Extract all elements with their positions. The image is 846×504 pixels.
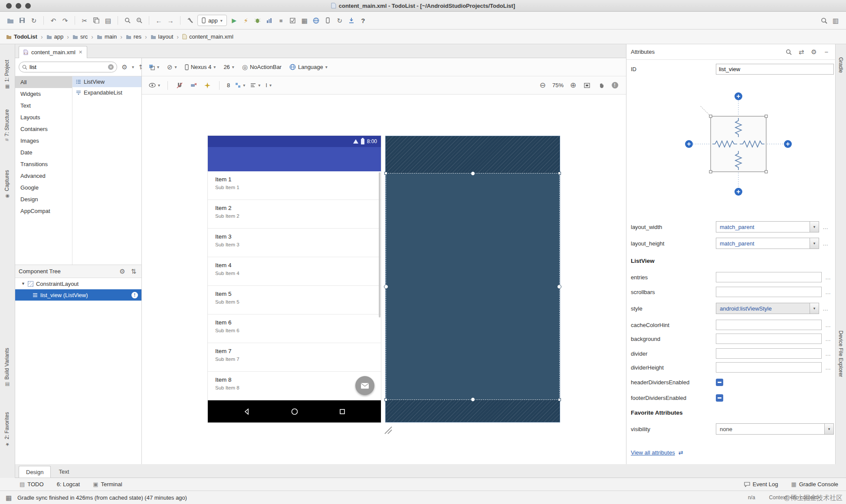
cachecolorhint-input[interactable] xyxy=(716,320,822,330)
default-margin-value[interactable]: 8 xyxy=(227,82,230,88)
blueprint-surface[interactable] xyxy=(385,136,560,422)
apply-changes-icon[interactable]: ⚡ xyxy=(242,16,250,25)
more-icon[interactable]: … xyxy=(823,240,828,247)
constraint-anchor-top[interactable] xyxy=(471,171,475,176)
tool-button-terminal[interactable]: ▣Terminal xyxy=(93,481,122,488)
tree-sort-icon[interactable]: ⇅ xyxy=(129,267,138,276)
save-icon[interactable] xyxy=(18,16,26,25)
zoom-in-icon[interactable]: ⊕ xyxy=(569,81,577,90)
orientation-select[interactable]: ⊘ ▾ xyxy=(167,63,177,71)
more-icon[interactable]: … xyxy=(825,322,831,328)
run-icon[interactable]: ▶ xyxy=(230,16,239,25)
sdk-manager-icon[interactable] xyxy=(347,16,356,25)
zoom-to-fit-icon[interactable] xyxy=(583,81,591,90)
breadcrumb-main[interactable]: main xyxy=(97,33,117,40)
warning-badge-icon[interactable]: ! xyxy=(131,292,138,298)
palette-category-design[interactable]: Design xyxy=(15,193,72,205)
palette-category-transitions[interactable]: Transitions xyxy=(15,158,72,170)
coverage-icon[interactable] xyxy=(289,16,297,25)
palette-category-advanced[interactable]: Advanced xyxy=(15,170,72,182)
tool-button-event-log[interactable]: Event Log xyxy=(744,481,778,488)
breadcrumb-file[interactable]: content_main.xml xyxy=(182,33,233,40)
palette-category-date[interactable]: Date xyxy=(15,147,72,158)
breadcrumb-project[interactable]: TodoList xyxy=(6,33,37,40)
breadcrumb-res[interactable]: res xyxy=(126,33,141,40)
chevron-down-icon[interactable]: ▾ xyxy=(810,238,819,249)
palette-category-containers[interactable]: Containers xyxy=(15,123,72,135)
tree-gear-icon[interactable]: ⚙ xyxy=(118,267,127,276)
tool-button-structure[interactable]: #7: Structure xyxy=(4,109,10,141)
search-everywhere-icon[interactable] xyxy=(820,16,828,25)
resize-handle[interactable] xyxy=(558,398,561,401)
redo-icon[interactable]: ↷ xyxy=(61,16,69,25)
tool-button-project[interactable]: ▦1: Project xyxy=(4,60,10,90)
more-icon[interactable]: … xyxy=(825,289,831,295)
theme-select[interactable]: ◎ NoActionBar xyxy=(242,63,282,71)
view-all-attributes-link[interactable]: View all attributes xyxy=(631,449,675,456)
find-icon[interactable] xyxy=(123,16,132,25)
design-canvas[interactable]: 8:00 Item 1Sub Item 1 Item 2Sub Item 2 I… xyxy=(142,95,626,464)
palette-category-images[interactable]: Images xyxy=(15,135,72,147)
background-input[interactable] xyxy=(716,334,822,344)
tool-button-todo[interactable]: ▤TODO xyxy=(20,481,44,488)
layout-width-select[interactable]: match_parent▾ xyxy=(716,221,819,232)
palette-item-expandablelistview[interactable]: ExpandableList xyxy=(72,87,141,98)
errors-indicator-icon[interactable]: ! xyxy=(610,81,619,90)
chevron-down-icon[interactable]: ▾ xyxy=(810,222,819,232)
more-icon[interactable]: … xyxy=(823,224,828,230)
copy-icon[interactable] xyxy=(92,16,101,25)
captures-icon[interactable]: ▦ xyxy=(300,16,309,25)
visibility-select[interactable]: none▾ xyxy=(716,423,834,435)
more-icon[interactable]: … xyxy=(825,274,831,281)
stop-icon[interactable]: ■ xyxy=(277,16,285,25)
breadcrumb-src[interactable]: src xyxy=(72,33,88,40)
run-config-select[interactable]: app ▾ xyxy=(197,15,227,26)
tool-button-gradle-console[interactable]: ▦Gradle Console xyxy=(791,481,838,488)
zoom-window-button[interactable] xyxy=(25,3,31,9)
style-select[interactable]: android:listViewStyle▾ xyxy=(716,303,819,314)
pack-select[interactable]: ▾ xyxy=(235,82,245,88)
tool-button-logcat[interactable]: 6: Logcat xyxy=(57,481,80,488)
palette-item-listview[interactable]: ListView xyxy=(72,76,141,87)
layout-height-select[interactable]: match_parent▾ xyxy=(716,238,819,249)
tool-button-captures[interactable]: ◉Captures xyxy=(4,170,10,199)
more-icon[interactable]: … xyxy=(825,336,831,342)
palette-category-text[interactable]: Text xyxy=(15,100,72,111)
sync-icon[interactable]: ↻ xyxy=(30,16,38,25)
palette-category-google[interactable]: Google xyxy=(15,182,72,193)
minimize-window-button[interactable] xyxy=(16,3,21,9)
build-hammer-icon[interactable] xyxy=(186,16,194,25)
gradle-sync-icon[interactable]: ↻ xyxy=(335,16,344,25)
tool-button-gradle[interactable]: Gradle xyxy=(838,57,844,73)
palette-search-field[interactable]: ✕ xyxy=(19,62,117,72)
clear-search-icon[interactable]: ✕ xyxy=(108,64,114,70)
close-tab-icon[interactable]: ✕ xyxy=(79,49,82,55)
more-icon[interactable]: … xyxy=(823,305,828,312)
tab-text[interactable]: Text xyxy=(52,466,76,478)
cut-icon[interactable]: ✂ xyxy=(80,16,89,25)
tool-button-build-variants[interactable]: ▤Build Variants xyxy=(4,348,10,387)
constraint-anchor-bottom[interactable] xyxy=(471,397,475,402)
design-surface-select[interactable]: ▾ xyxy=(149,64,159,70)
open-icon[interactable] xyxy=(6,16,15,25)
tree-row-list-view[interactable]: list_view (ListView) ! xyxy=(15,289,141,301)
language-select[interactable]: Language ▾ xyxy=(289,64,328,70)
design-preview-surface[interactable]: 8:00 Item 1Sub Item 1 Item 2Sub Item 2 I… xyxy=(208,136,381,422)
dividerheight-input[interactable] xyxy=(716,362,822,373)
undo-icon[interactable]: ↶ xyxy=(49,16,58,25)
debug-icon[interactable] xyxy=(253,16,262,25)
id-input[interactable] xyxy=(716,64,834,75)
attributes-swap-icon[interactable]: ⇄ xyxy=(797,47,806,57)
attributes-hide-icon[interactable]: − xyxy=(822,47,831,57)
zoom-out-icon[interactable]: ⊖ xyxy=(538,81,547,90)
infer-constraints-icon[interactable] xyxy=(203,81,212,90)
tab-design[interactable]: Design xyxy=(19,466,51,478)
palette-gear-icon[interactable]: ⚙ xyxy=(120,62,129,72)
palette-search-input[interactable] xyxy=(30,64,106,70)
resize-handle[interactable] xyxy=(384,172,387,175)
expand-arrow-icon[interactable]: ▼ xyxy=(21,281,25,286)
entries-input[interactable] xyxy=(716,272,822,282)
help-icon[interactable]: ? xyxy=(359,16,367,25)
replace-icon[interactable] xyxy=(135,16,144,25)
breadcrumb-layout[interactable]: layout xyxy=(151,33,174,40)
